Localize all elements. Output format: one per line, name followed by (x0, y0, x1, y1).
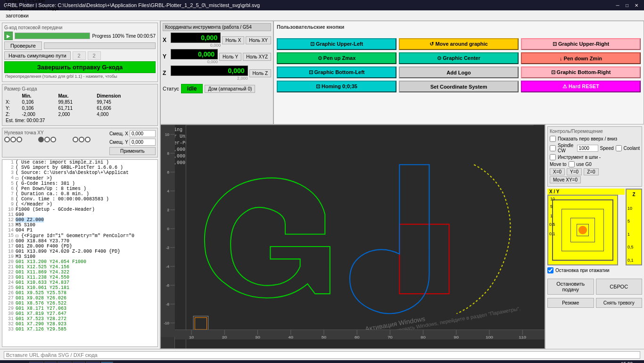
line-number: 16 (4, 239, 14, 244)
radio-3[interactable] (17, 137, 22, 142)
minimize-button[interactable]: ─ (614, 1, 621, 9)
y0-button[interactable]: Y=0 (567, 168, 582, 175)
graphic-area[interactable]: ZZoming : 100,00% Ruler Unit: mm Marker-… (160, 124, 545, 349)
user-button-5[interactable]: ↓ Pen down Zmin (521, 52, 641, 64)
code-line: 27G01 X9.028 Y26.026 (2, 296, 157, 301)
taskbar: ⊞ ⊟ 🦊 ✈ 📁 ⬆ 🌐 G 🔼 📶 🔊 ENG 15:08 06.09.20… (0, 360, 644, 363)
sim-num2[interactable]: 2 (88, 51, 101, 60)
x0-button[interactable]: X=0 (550, 168, 565, 175)
spindle-checkbox[interactable] (550, 145, 556, 151)
move-xy0-button[interactable]: Move XY=0 (550, 176, 581, 183)
verify-button[interactable]: Проверьте (4, 41, 42, 50)
smesh-x-input[interactable] (130, 130, 156, 137)
map-outer2 (561, 209, 604, 251)
user-button-3[interactable]: ⊙ Pen up Zmax (277, 52, 396, 64)
user-button-2[interactable]: ⊡ Graphic Upper-Right (521, 38, 641, 50)
z-label: Z (627, 191, 640, 198)
radio-6[interactable] (50, 137, 56, 142)
table-row: Est. time: 00:00:37 (4, 117, 156, 124)
svg-text:110: 110 (519, 335, 526, 339)
line-number: 31 (4, 316, 14, 322)
reset-button[interactable]: СБРОС (596, 279, 643, 295)
left-panel: G-код потоковой передачи ▶ Progress 100%… (0, 21, 160, 349)
user-button-10[interactable]: Set Coordinate System (399, 81, 519, 92)
maximize-button[interactable]: □ (623, 1, 631, 9)
send-button[interactable]: Завершить отправку G-кода (4, 61, 156, 73)
speed-label: Speed (600, 146, 614, 151)
z0-button[interactable]: Z=0 (584, 168, 599, 175)
code-line: 2( SVG import by GRBL-PlotTer 1.6.0.6 ) (2, 165, 157, 170)
user-button-0[interactable]: ⊡ Graphic Upper-Left (277, 38, 396, 50)
svg-text:0: 0 (167, 227, 170, 231)
svg-text:20: 20 (222, 335, 227, 339)
line-number: 9 (4, 202, 14, 207)
play-button[interactable]: ▶ (4, 32, 13, 40)
use-g0-checkbox[interactable] (569, 161, 575, 167)
user-button-11[interactable]: ⚠ Hard RESET (521, 81, 641, 92)
line-number: 19 (4, 254, 14, 259)
user-button-8[interactable]: ⊡ Graphic Bottom-Right (521, 66, 641, 78)
url-input[interactable] (4, 351, 640, 359)
y-label: Y (163, 53, 169, 60)
apply-button[interactable]: Применить (109, 147, 156, 155)
nol-y-button[interactable]: Ноль Y (219, 53, 241, 61)
nol-x-button[interactable]: Ноль X (222, 36, 244, 44)
nol-xyz-button[interactable]: Ноль XYZ (243, 53, 271, 61)
dom-button[interactable]: Дом (аппаратный 0) (205, 85, 255, 93)
line-code: G01 Z0.000 F400 {PD} (16, 244, 72, 249)
line-code: G01 X8.576 Y26.522 (16, 301, 66, 306)
radio-7[interactable] (73, 137, 78, 142)
line-code: M5 S100 (16, 223, 35, 228)
radio-2[interactable] (10, 137, 16, 142)
axis-x: X: (4, 99, 21, 105)
code-line: 28G01 X8.576 Y26.522 (2, 301, 157, 306)
user-button-7[interactable]: Add Logo (399, 66, 519, 78)
line-code: F1000 (Setup - GCode-Header) (16, 207, 95, 212)
menu-item-преобразование-кода[interactable]: Преобразование кода (2, 4, 62, 12)
smesh-y-input[interactable] (130, 139, 156, 146)
close-button[interactable]: ✕ (633, 1, 640, 9)
line-code: G01 X7.290 Y28.923 (16, 322, 66, 327)
coolant-checkbox[interactable] (616, 145, 622, 151)
line-code: ( Use case: import simple_z.ini ) (16, 160, 109, 165)
line-number: 17 (4, 244, 14, 249)
progress-area: G-код потоковой передачи ▶ Progress 100%… (2, 23, 158, 82)
radio-5[interactable] (44, 137, 50, 142)
code-line: 8( Conv. time : 00:00:00.0083583 ) (2, 197, 157, 202)
tool-checkbox[interactable] (550, 154, 556, 160)
ostanovka-label: Остановка при отажатии (555, 268, 610, 273)
radio-9[interactable] (85, 137, 91, 142)
code-line: 23G01 X11.238 Y24.550 (2, 275, 157, 280)
radio-4[interactable] (38, 137, 44, 142)
gcode-size-title: Размер G-кода (4, 86, 156, 91)
map-label-10: 10 (550, 197, 555, 201)
speed-input[interactable] (577, 145, 598, 152)
user-button-1[interactable]: ↺ Move around graphic (399, 38, 519, 50)
ostanovka-row: Остановка при отажатии (547, 267, 642, 273)
user-button-9[interactable]: ⊡ Homing 0;0;35 (277, 81, 396, 92)
map-label-01: 0,1 (549, 231, 555, 236)
line-number: 11 (4, 212, 14, 217)
line-code: ( Duration ca.: 0.8 min. ) (16, 191, 89, 197)
sim-num1[interactable]: 2 (73, 51, 86, 60)
ostanovka-checkbox[interactable] (547, 267, 553, 273)
radio-1[interactable] (4, 137, 10, 142)
svg-text:-10: -10 (164, 321, 169, 325)
menu-item-создать-g-code[interactable]: Создать G-Code (2, 0, 62, 4)
ruler-left: 10 8 6 4 2 0 -2 -4 -6 -8 -10 (161, 125, 175, 348)
svg-text:8: 8 (167, 151, 170, 156)
pause-button[interactable]: Остановить подачу (547, 279, 594, 295)
user-button-6[interactable]: ⊡ Graphic Bottom-Left (277, 66, 396, 78)
max-z: 2,000 (57, 111, 95, 117)
code-line: 33G01 X7.126 Y29.585 (2, 327, 157, 332)
nol-xy-button[interactable]: Ноль XY (246, 36, 271, 44)
radio-8[interactable] (79, 137, 84, 142)
line-code: G01 X13.890 Y24.020 Z-2.000 F400 {PD} (16, 249, 120, 254)
nol-z-button[interactable]: Ноль Z (249, 69, 272, 77)
sim-button[interactable]: Начать симуляцию пути (4, 51, 71, 60)
menu-item-заготовки[interactable]: заготовки (2, 12, 62, 19)
pen-up-checkbox[interactable] (550, 136, 556, 142)
user-button-4[interactable]: ⊙ Graphic Center (399, 52, 519, 64)
code-editor[interactable]: 1( Use case: import simple_z.ini )2( SVG… (2, 159, 158, 347)
z-5: 5 (627, 219, 640, 223)
